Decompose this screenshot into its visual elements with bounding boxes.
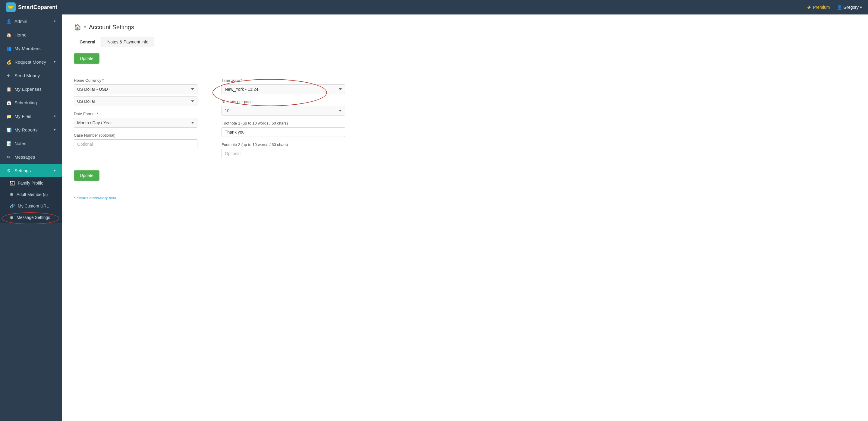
sidebar-label-adult-members: Adult Member(s) <box>17 192 48 197</box>
footnote2-input[interactable] <box>221 149 345 158</box>
sidebar-label-home: Home <box>14 32 27 37</box>
tab-notes-payment-label: Notes & Payment Info <box>107 39 148 44</box>
bottom-section: Update * means mandatory field <box>74 171 856 200</box>
sidebar-item-scheduling[interactable]: 📅 Scheduling <box>0 96 62 110</box>
update-button-bottom[interactable]: Update <box>74 171 99 181</box>
premium-badge[interactable]: ⚡ Premium <box>807 5 830 10</box>
premium-label: Premium <box>813 5 830 10</box>
case-number-label: Case Number (optional) <box>74 133 197 138</box>
app-name: SmartCoparent <box>18 4 57 10</box>
sidebar-label-notes: Notes <box>14 141 26 146</box>
currency-selects: US Dollar - USD US Dollar <box>74 85 197 106</box>
footnote1-input[interactable] <box>221 127 345 137</box>
tab-bar: General Notes & Payment Info <box>74 37 856 47</box>
sidebar-label-my-expenses: My Expenses <box>14 87 41 92</box>
chevron-settings-icon: ▾ <box>54 169 56 173</box>
header-right: ⚡ Premium 👤 Gregory ▾ <box>807 5 862 10</box>
adult-members-icon: ⚙ <box>10 192 13 197</box>
chevron-icon: ▾ <box>54 128 56 132</box>
sidebar-item-adult-members[interactable]: ⚙ Adult Member(s) <box>0 189 62 200</box>
admin-icon: 👤 <box>6 19 11 24</box>
sidebar-item-my-custom-url[interactable]: 🔗 My Custom URL <box>0 200 62 212</box>
breadcrumb-separator: » <box>84 24 87 30</box>
sidebar: 👤 Admin ▾ 🏠 Home 👥 My Members 💰 Request … <box>0 14 62 421</box>
sidebar-label-scheduling: Scheduling <box>14 100 37 105</box>
page-title: Account Settings <box>89 24 134 31</box>
sidebar-label-my-custom-url: My Custom URL <box>18 204 49 208</box>
user-icon: 👤 <box>837 5 842 10</box>
sidebar-item-messages[interactable]: ✉ Messages <box>0 150 62 164</box>
reports-icon: 📊 <box>6 127 11 132</box>
sidebar-item-my-files[interactable]: 📁 My Files ▾ <box>0 110 62 123</box>
mandatory-note-text: means mandatory field <box>76 196 116 200</box>
sidebar-label-my-files: My Files <box>14 114 31 119</box>
tab-general[interactable]: General <box>74 37 101 47</box>
messages-icon: ✉ <box>6 155 11 159</box>
records-per-page-label: Records per page <box>221 99 345 104</box>
breadcrumb-home-icon[interactable]: 🏠 <box>74 24 82 31</box>
update-button-top[interactable]: Update <box>74 53 99 64</box>
timezone-select[interactable]: New_York - 11:24 <box>221 85 345 94</box>
scheduling-icon: 📅 <box>6 100 11 105</box>
send-money-icon: ✈ <box>6 73 11 78</box>
records-per-page-select[interactable]: 10 <box>221 106 345 116</box>
sidebar-label-message-settings: Message Settings <box>17 215 50 220</box>
sidebar-label-admin: Admin <box>14 19 27 24</box>
sidebar-label-my-members: My Members <box>14 46 41 51</box>
date-format-label: Date Format* <box>74 112 197 116</box>
sidebar-item-my-expenses[interactable]: 📋 My Expenses <box>0 82 62 96</box>
notes-icon: 📝 <box>6 141 11 146</box>
sidebar-label-messages: Messages <box>14 154 35 159</box>
settings-form: Home Currency* US Dollar - USD US Dollar… <box>74 73 345 158</box>
files-icon: 📁 <box>6 114 11 119</box>
timezone-wrapper: New_York - 11:24 <box>221 85 345 94</box>
sidebar-item-message-settings[interactable]: ⚙ Message Settings <box>0 212 62 223</box>
settings-icon: ⚙ <box>6 168 11 173</box>
sidebar-label-request-money: Request Money <box>14 59 46 64</box>
family-profile-icon: 👨‍👩‍👧 <box>10 181 15 185</box>
message-settings-icon: ⚙ <box>10 215 13 220</box>
currency-select-2[interactable]: US Dollar <box>74 96 197 106</box>
home-icon: 🏠 <box>6 33 11 37</box>
custom-url-icon: 🔗 <box>10 204 15 208</box>
chevron-icon: ▾ <box>54 60 56 64</box>
sidebar-label-my-reports: My Reports <box>14 127 38 132</box>
app-logo[interactable]: 🤝 SmartCoparent <box>6 2 57 12</box>
timezone-label: Time zone* <box>221 78 345 83</box>
sidebar-item-my-members[interactable]: 👥 My Members <box>0 41 62 55</box>
sidebar-item-send-money[interactable]: ✈ Send Money <box>0 69 62 82</box>
logo-icon: 🤝 <box>6 2 16 12</box>
mandatory-note: * means mandatory field <box>74 196 856 200</box>
expenses-icon: 📋 <box>6 87 11 92</box>
sidebar-item-admin[interactable]: 👤 Admin ▾ <box>0 14 62 28</box>
sidebar-label-family-profile: Family Profile <box>18 181 43 185</box>
footnote2-label: Footnote 2 (up to 10 words / 60 chars) <box>221 142 345 147</box>
lightning-icon: ⚡ <box>807 5 812 10</box>
chevron-icon: ▾ <box>54 114 56 118</box>
date-format-select[interactable]: Month / Day / Year <box>74 118 197 127</box>
tab-notes-payment[interactable]: Notes & Payment Info <box>101 37 154 47</box>
request-money-icon: 💰 <box>6 60 11 64</box>
sidebar-label-settings: Settings <box>14 168 31 173</box>
form-col-right: Time zone* New_York - 11:24 Records per … <box>221 73 345 158</box>
chevron-down-icon: ▾ <box>860 5 862 10</box>
settings-submenu: 👨‍👩‍👧 Family Profile ⚙ Adult Member(s) 🔗… <box>0 177 62 223</box>
sidebar-item-home[interactable]: 🏠 Home <box>0 28 62 41</box>
form-col-left: Home Currency* US Dollar - USD US Dollar… <box>74 73 197 158</box>
tab-general-label: General <box>80 39 95 44</box>
sidebar-item-family-profile[interactable]: 👨‍👩‍👧 Family Profile <box>0 177 62 189</box>
members-icon: 👥 <box>6 46 11 51</box>
home-currency-label: Home Currency* <box>74 78 197 83</box>
sidebar-item-my-reports[interactable]: 📊 My Reports ▾ <box>0 123 62 137</box>
currency-select-1[interactable]: US Dollar - USD <box>74 85 197 94</box>
user-menu[interactable]: 👤 Gregory ▾ <box>837 5 862 10</box>
sidebar-item-notes[interactable]: 📝 Notes <box>0 137 62 150</box>
sidebar-item-settings[interactable]: ⚙ Settings ▾ <box>0 164 62 177</box>
footnote1-label: Footnote 1 (up to 10 words / 60 chars) <box>221 121 345 125</box>
main-content: 🏠 » Account Settings General Notes & Pay… <box>62 14 868 421</box>
case-number-input[interactable] <box>74 139 197 149</box>
top-header: 🤝 SmartCoparent ⚡ Premium 👤 Gregory ▾ <box>0 0 868 14</box>
sidebar-item-request-money[interactable]: 💰 Request Money ▾ <box>0 55 62 69</box>
breadcrumb: 🏠 » Account Settings <box>74 24 856 31</box>
chevron-icon: ▾ <box>54 19 56 23</box>
